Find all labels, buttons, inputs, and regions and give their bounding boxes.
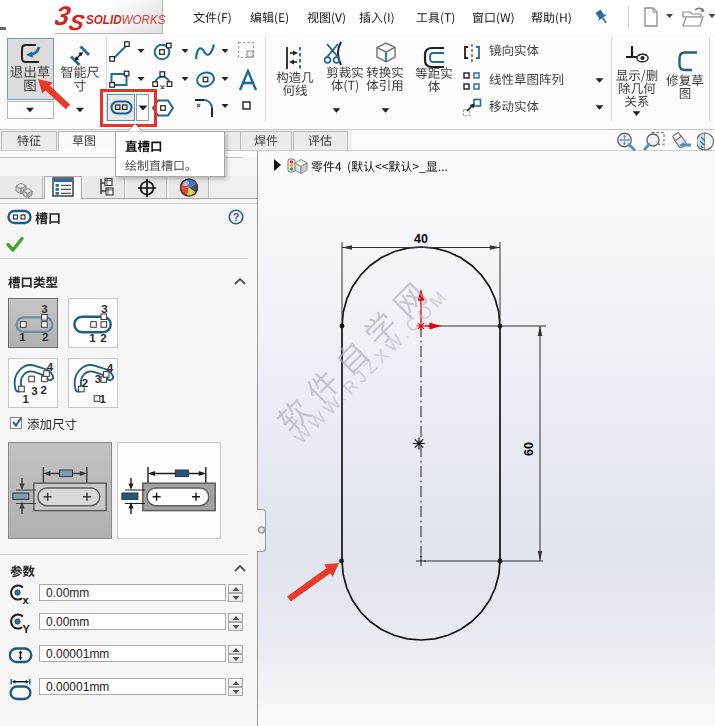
svg-text:40: 40: [414, 232, 428, 246]
svg-text:1: 1: [99, 393, 106, 405]
svg-text:3: 3: [41, 303, 47, 315]
svg-text:2: 2: [82, 377, 88, 389]
svg-text:3: 3: [101, 303, 107, 315]
svg-text:?: ?: [233, 211, 240, 223]
svg-text:2: 2: [100, 332, 106, 344]
svg-text:x: x: [23, 594, 30, 606]
svg-text:1: 1: [89, 332, 96, 344]
svg-text:60: 60: [522, 442, 536, 456]
svg-text:1: 1: [19, 331, 26, 343]
svg-text:3: 3: [95, 373, 101, 385]
svg-text:4: 4: [47, 361, 54, 373]
svg-text:2: 2: [41, 384, 47, 396]
svg-text:4: 4: [107, 362, 114, 374]
svg-text:2: 2: [42, 331, 48, 343]
svg-text:Y: Y: [23, 623, 31, 635]
svg-text:3: 3: [31, 385, 37, 397]
svg-text:1: 1: [22, 393, 29, 405]
